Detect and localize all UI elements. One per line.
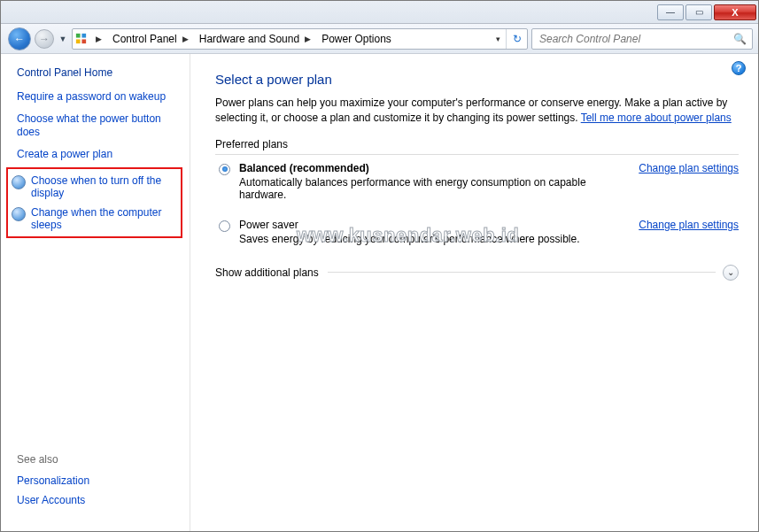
search-input[interactable] bbox=[538, 32, 747, 46]
sidebar-home-link[interactable]: Control Panel Home bbox=[1, 66, 190, 86]
back-button[interactable]: ← bbox=[8, 27, 31, 50]
address-bar[interactable]: ▶ Control Panel▶ Hardware and Sound▶ Pow… bbox=[72, 28, 528, 50]
show-more-label: Show additional plans bbox=[215, 266, 319, 279]
sidebar-link-label: Change when the computer sleeps bbox=[31, 206, 174, 231]
see-also-heading: See also bbox=[17, 446, 174, 471]
control-panel-icon bbox=[73, 32, 89, 45]
page-title: Select a power plan bbox=[215, 72, 739, 87]
divider bbox=[215, 154, 739, 155]
radio-selected-icon[interactable] bbox=[219, 164, 230, 175]
help-icon[interactable]: ? bbox=[732, 61, 746, 75]
power-plan-balanced[interactable]: Balanced (recommended) Automatically bal… bbox=[219, 162, 739, 201]
breadcrumb-item[interactable]: Hardware and Sound▶ bbox=[194, 29, 316, 49]
chevron-down-icon[interactable]: ⌄ bbox=[723, 265, 739, 281]
change-plan-settings-link[interactable]: Change plan settings bbox=[639, 162, 739, 174]
learn-more-link[interactable]: Tell me more about power plans bbox=[581, 112, 732, 124]
breadcrumb-label: Power Options bbox=[321, 33, 391, 45]
navigation-bar: ← → ▼ ▶ Control Panel▶ Hardware and Soun… bbox=[1, 24, 758, 54]
breadcrumb-item[interactable]: Control Panel▶ bbox=[107, 29, 194, 49]
sidebar-links: Require a password on wakeup Choose what… bbox=[1, 86, 190, 166]
recent-pages-dropdown[interactable]: ▼ bbox=[58, 35, 68, 43]
sidebar-link-computer-sleep[interactable]: Change when the computer sleeps bbox=[10, 203, 179, 235]
svg-rect-2 bbox=[75, 39, 80, 43]
show-additional-plans[interactable]: Show additional plans ⌄ bbox=[215, 265, 739, 281]
maximize-button[interactable]: ▭ bbox=[685, 4, 712, 20]
see-also-personalization[interactable]: Personalization bbox=[17, 471, 174, 490]
sidebar: Control Panel Home Require a password on… bbox=[1, 54, 190, 531]
radio-unselected-icon[interactable] bbox=[219, 220, 230, 232]
refresh-button[interactable]: ↻ bbox=[506, 29, 527, 49]
display-timer-icon bbox=[12, 175, 26, 189]
page-description: Power plans can help you maximize your c… bbox=[215, 96, 739, 126]
address-dropdown[interactable]: ▾ bbox=[490, 35, 506, 43]
plan-description: Saves energy by reducing your computer's… bbox=[239, 233, 616, 245]
breadcrumb-label: Control Panel bbox=[112, 33, 177, 45]
sidebar-link-create-plan[interactable]: Create a power plan bbox=[1, 143, 190, 166]
svg-rect-1 bbox=[81, 34, 86, 38]
highlighted-links: Choose when to turn off the display Chan… bbox=[6, 167, 182, 238]
breadcrumb-sep[interactable]: ▶ bbox=[89, 29, 107, 49]
search-box[interactable]: 🔍 bbox=[531, 28, 753, 50]
breadcrumb-item[interactable]: Power Options bbox=[316, 29, 395, 49]
power-plan-power-saver[interactable]: Power saver Saves energy by reducing you… bbox=[219, 219, 739, 245]
main-content: ? Select a power plan Power plans can he… bbox=[190, 54, 758, 531]
see-also-section: See also Personalization User Accounts bbox=[1, 446, 190, 522]
window-titlebar: — ▭ X bbox=[1, 1, 758, 24]
see-also-user-accounts[interactable]: User Accounts bbox=[17, 490, 174, 510]
sidebar-link-power-button[interactable]: Choose what the power button does bbox=[1, 108, 190, 143]
preferred-plans-label: Preferred plans bbox=[215, 138, 739, 150]
close-button[interactable]: X bbox=[714, 4, 756, 20]
sidebar-link-turn-off-display[interactable]: Choose when to turn off the display bbox=[10, 171, 179, 203]
sidebar-link-require-password[interactable]: Require a password on wakeup bbox=[1, 86, 190, 108]
sidebar-link-label: Choose when to turn off the display bbox=[31, 174, 174, 199]
plan-name: Balanced (recommended) bbox=[239, 162, 616, 174]
search-icon[interactable]: 🔍 bbox=[733, 33, 747, 45]
forward-button[interactable]: → bbox=[35, 29, 54, 49]
minimize-button[interactable]: — bbox=[657, 4, 684, 20]
change-plan-settings-link[interactable]: Change plan settings bbox=[639, 219, 739, 231]
divider bbox=[328, 272, 716, 273]
plan-description: Automatically balances performance with … bbox=[239, 176, 616, 201]
content-body: Control Panel Home Require a password on… bbox=[1, 54, 758, 531]
plan-name: Power saver bbox=[239, 219, 616, 231]
svg-rect-3 bbox=[81, 39, 86, 43]
breadcrumb-label: Hardware and Sound bbox=[199, 33, 299, 45]
sleep-timer-icon bbox=[12, 207, 26, 221]
svg-rect-0 bbox=[75, 34, 80, 38]
